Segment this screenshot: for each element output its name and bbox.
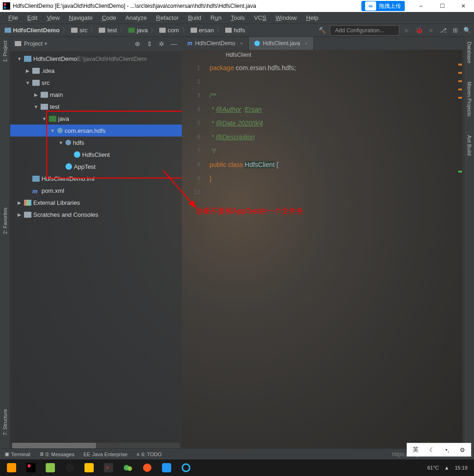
folder-icon	[41, 92, 48, 98]
editor-marker-bar	[457, 60, 464, 448]
tree-item-hdfs[interactable]: ▼hdfs	[10, 137, 182, 149]
editor-tabs: mHdfsClientDemo×HdfsClient.java×	[182, 37, 464, 50]
tree-item-com-ersan-hdfs[interactable]: ▼com.ersan.hdfs	[10, 125, 182, 137]
crumb-hdfs[interactable]: hdfs	[223, 27, 247, 34]
tree-item-pom-xml[interactable]: mpom.xml	[10, 184, 182, 196]
tree-item-AppTest[interactable]: AppTest	[10, 161, 182, 173]
class-icon	[74, 151, 80, 158]
task-ie[interactable]	[176, 460, 196, 475]
maximize-button[interactable]: ☐	[432, 0, 453, 12]
menu-vcs[interactable]: VCS	[249, 13, 271, 22]
menu-code[interactable]: Code	[97, 13, 121, 22]
tree-item-HdfsClientDemo[interactable]: ▼HdfsClientDemo E:\javaOld\HdfsClientDem	[10, 53, 182, 65]
folder-icon	[5, 28, 11, 33]
menu-edit[interactable]: Edit	[23, 13, 42, 22]
tree-item--idea[interactable]: ▶.idea	[10, 65, 182, 77]
tree-item-java[interactable]: ▼java	[10, 113, 182, 125]
task-app-9[interactable]	[157, 460, 176, 475]
editor-breadcrumb[interactable]: HdfsClient	[182, 50, 464, 60]
editor-tab-HdfsClientDemo[interactable]: mHdfsClientDemo×	[182, 37, 249, 50]
close-tab-icon[interactable]: ×	[240, 41, 243, 46]
h-scrollbar[interactable]	[12, 443, 180, 448]
gutter-maven-projects[interactable]: Maven Projects	[467, 77, 472, 121]
menu-navigate[interactable]: Navigate	[64, 13, 97, 22]
run-icon[interactable]: ▶	[403, 26, 411, 35]
ime-item[interactable]: 英	[413, 446, 419, 454]
gutter-project[interactable]: 1: Project	[2, 37, 8, 65]
gutter-structure[interactable]: 7: Structure	[2, 405, 8, 439]
tree-item-test[interactable]: ▼test	[10, 101, 182, 113]
line-number: 6	[182, 130, 200, 144]
task-wechat[interactable]	[118, 460, 138, 475]
run-config-dropdown[interactable]: Add Configuration...	[330, 25, 399, 36]
menu-view[interactable]: View	[42, 13, 64, 22]
git-icon[interactable]: ⎇	[439, 26, 447, 35]
hide-icon[interactable]: —	[171, 40, 177, 48]
right-tool-gutter: DatabaseMaven ProjectsAnt Build	[464, 37, 474, 448]
editor-tab-HdfsClient.java[interactable]: HdfsClient.java×	[249, 37, 313, 50]
ime-item[interactable]: ⚙	[460, 446, 465, 453]
collapse-icon[interactable]: ⇕	[147, 40, 152, 48]
tool-todo[interactable]: ≡6: TODO	[137, 452, 162, 457]
tool-javaenterprise[interactable]: EEJava Enterprise	[84, 452, 127, 457]
ime-item[interactable]: ☾	[429, 446, 435, 453]
intellij-icon	[3, 2, 10, 10]
tree-item-External Libraries[interactable]: ▶External Libraries	[10, 196, 182, 208]
tool-terminal[interactable]: ▣Terminal	[5, 451, 30, 457]
dropdown-icon[interactable]: ▾	[44, 40, 48, 47]
gutter-database[interactable]: Database	[467, 37, 472, 68]
close-tab-icon[interactable]: ×	[305, 41, 307, 46]
locate-icon[interactable]: ⊕	[135, 40, 140, 48]
task-terminal[interactable]: >	[99, 460, 118, 475]
task-qq[interactable]	[60, 460, 79, 475]
task-app-1[interactable]	[2, 460, 21, 475]
task-app-8[interactable]	[138, 460, 157, 475]
close-button[interactable]: ✕	[453, 0, 474, 12]
crumb-com[interactable]: com	[157, 27, 181, 34]
debug-icon[interactable]: 🐞	[415, 26, 423, 35]
structure-icon[interactable]: ⊞	[451, 26, 459, 35]
menu-refactor[interactable]: Refactor	[151, 13, 183, 22]
class-icon	[66, 163, 72, 170]
left-tool-gutter: 1: Project 2: Favorites 7: Structure	[0, 37, 10, 448]
tree-item-Scratches and Consoles[interactable]: ▶Scratches and Consoles	[10, 208, 182, 220]
search-icon[interactable]: 🔍	[463, 26, 471, 35]
settings-icon[interactable]: ✲	[159, 40, 164, 48]
file-icon: m	[187, 40, 192, 47]
svg-rect-9	[84, 463, 94, 472]
tool-messages[interactable]: ≣0: Messages	[40, 451, 74, 457]
tree-item-HdfsClient[interactable]: HdfsClient	[10, 149, 182, 161]
stop-icon[interactable]: ■	[427, 26, 435, 35]
menu-help[interactable]: Help	[301, 13, 323, 22]
project-tree[interactable]: ▼HdfsClientDemo E:\javaOld\HdfsClientDem…	[10, 51, 182, 442]
crumb-src[interactable]: src	[69, 27, 89, 34]
tree-item-src[interactable]: ▼src	[10, 77, 182, 89]
minimize-button[interactable]: ─	[410, 0, 432, 12]
tray-icon[interactable]: ▲	[444, 465, 450, 470]
menu-run[interactable]: Run	[206, 13, 226, 22]
hammer-icon[interactable]: 🔨	[318, 26, 326, 35]
tree-item-main[interactable]: ▶main	[10, 89, 182, 101]
menu-window[interactable]: Window	[271, 13, 301, 22]
tree-item-HdfsClientDemo-iml[interactable]: HdfsClientDemo.iml	[10, 173, 182, 184]
line-number: 10	[182, 185, 200, 199]
ime-item[interactable]: •,	[445, 446, 449, 453]
menu-tools[interactable]: Tools	[226, 13, 249, 22]
cloud-upload-widget[interactable]: ∞ 拖拽上传	[361, 1, 405, 11]
folder-icon	[24, 212, 31, 218]
code-editor[interactable]: package com.ersan.hdfs.hdfs; /** * @Auth…	[210, 60, 457, 448]
crumb-ersan[interactable]: ersan	[189, 27, 216, 34]
task-app-3[interactable]	[41, 460, 60, 475]
crumb-test[interactable]: test	[97, 27, 119, 34]
task-intellij[interactable]	[21, 460, 41, 475]
gutter-ant-build[interactable]: Ant Build	[467, 131, 472, 160]
ime-toolbar[interactable]: 英☾•,⚙	[407, 443, 471, 457]
task-app-5[interactable]	[79, 460, 99, 475]
menu-build[interactable]: Build	[183, 13, 206, 22]
menu-analyze[interactable]: Analyze	[121, 13, 151, 22]
folder-icon	[32, 68, 40, 74]
crumb-HdfsClientDemo[interactable]: HdfsClientDemo	[3, 27, 61, 34]
menu-file[interactable]: File	[4, 13, 23, 22]
gutter-favorites[interactable]: 2: Favorites	[2, 204, 8, 238]
crumb-java[interactable]: java	[126, 27, 150, 34]
